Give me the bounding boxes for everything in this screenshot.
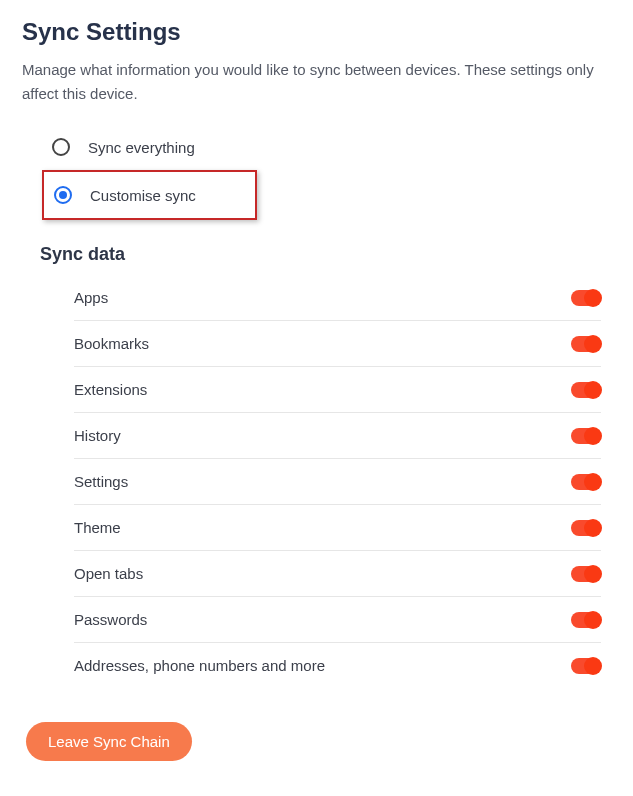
sync-data-section-title: Sync data (40, 244, 611, 265)
toggle-knob-icon (584, 657, 602, 675)
radio-label: Customise sync (90, 187, 196, 204)
page-title: Sync Settings (22, 18, 611, 46)
item-label: Addresses, phone numbers and more (74, 657, 325, 674)
toggle-knob-icon (584, 335, 602, 353)
toggle-theme[interactable] (571, 520, 601, 536)
radio-customise-sync[interactable]: Customise sync (42, 170, 257, 220)
toggle-knob-icon (584, 565, 602, 583)
toggle-bookmarks[interactable] (571, 336, 601, 352)
leave-sync-chain-button[interactable]: Leave Sync Chain (26, 722, 192, 761)
item-label: Passwords (74, 611, 147, 628)
sync-mode-radio-group: Sync everything Customise sync (42, 128, 611, 220)
toggle-extensions[interactable] (571, 382, 601, 398)
list-item: Bookmarks (74, 321, 601, 367)
radio-sync-everything[interactable]: Sync everything (42, 128, 611, 166)
sync-data-list: Apps Bookmarks Extensions History Settin… (74, 275, 601, 688)
item-label: Open tabs (74, 565, 143, 582)
toggle-knob-icon (584, 381, 602, 399)
item-label: Theme (74, 519, 121, 536)
radio-icon (54, 186, 72, 204)
item-label: Settings (74, 473, 128, 490)
toggle-history[interactable] (571, 428, 601, 444)
list-item: Theme (74, 505, 601, 551)
item-label: Apps (74, 289, 108, 306)
list-item: Settings (74, 459, 601, 505)
toggle-knob-icon (584, 611, 602, 629)
list-item: Apps (74, 275, 601, 321)
list-item: History (74, 413, 601, 459)
toggle-open-tabs[interactable] (571, 566, 601, 582)
item-label: Bookmarks (74, 335, 149, 352)
radio-label: Sync everything (88, 139, 195, 156)
toggle-knob-icon (584, 519, 602, 537)
radio-dot-icon (59, 191, 67, 199)
toggle-knob-icon (584, 289, 602, 307)
toggle-knob-icon (584, 473, 602, 491)
toggle-passwords[interactable] (571, 612, 601, 628)
page-description: Manage what information you would like t… (22, 58, 611, 106)
radio-icon (52, 138, 70, 156)
toggle-knob-icon (584, 427, 602, 445)
toggle-apps[interactable] (571, 290, 601, 306)
toggle-addresses[interactable] (571, 658, 601, 674)
list-item: Addresses, phone numbers and more (74, 643, 601, 688)
toggle-settings[interactable] (571, 474, 601, 490)
item-label: History (74, 427, 121, 444)
list-item: Extensions (74, 367, 601, 413)
list-item: Open tabs (74, 551, 601, 597)
list-item: Passwords (74, 597, 601, 643)
item-label: Extensions (74, 381, 147, 398)
